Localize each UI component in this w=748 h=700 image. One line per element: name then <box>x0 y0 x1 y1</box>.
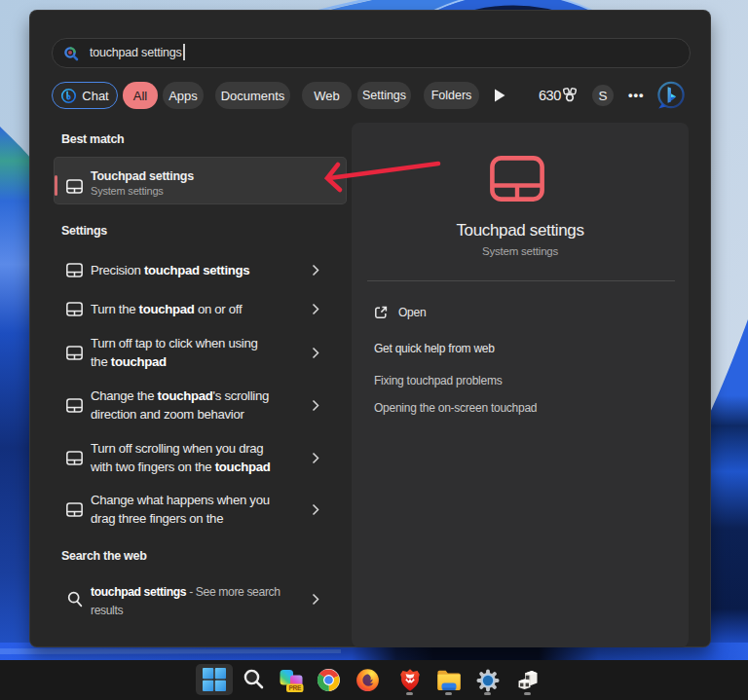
svg-text:PRE: PRE <box>289 684 302 691</box>
